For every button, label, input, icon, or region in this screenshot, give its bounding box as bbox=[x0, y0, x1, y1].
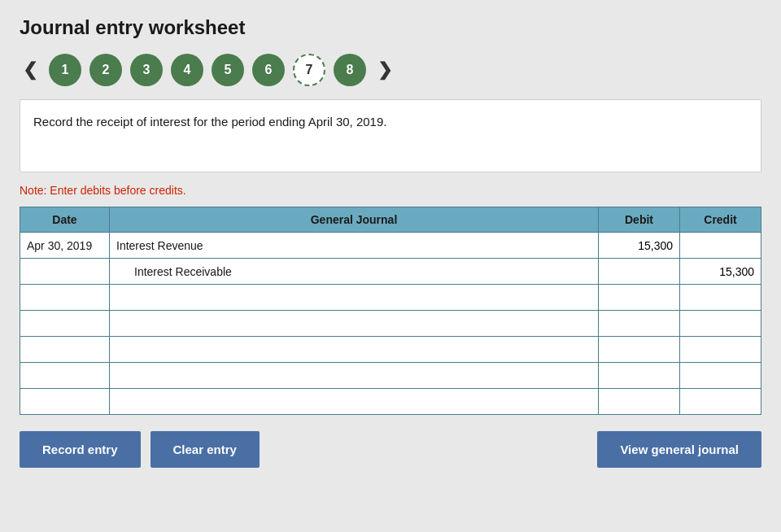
step-5[interactable]: 5 bbox=[212, 54, 244, 86]
step-3[interactable]: 3 bbox=[130, 54, 163, 86]
debit-cell-3[interactable] bbox=[599, 285, 680, 311]
step-6[interactable]: 6 bbox=[252, 54, 285, 86]
credit-cell-7[interactable] bbox=[680, 389, 761, 415]
debit-cell-7[interactable] bbox=[599, 389, 680, 415]
table-row bbox=[20, 311, 761, 337]
table-row: Interest Receivable 15,300 bbox=[20, 259, 761, 285]
debit-cell-5[interactable] bbox=[599, 337, 680, 363]
credit-cell-5[interactable] bbox=[680, 337, 761, 363]
journal-cell-2[interactable]: Interest Receivable bbox=[110, 259, 599, 285]
page-title: Journal entry worksheet bbox=[20, 16, 761, 39]
prev-button[interactable]: ❮ bbox=[20, 59, 41, 81]
table-row: Apr 30, 2019 Interest Revenue 15,300 bbox=[20, 233, 761, 259]
journal-cell-3[interactable] bbox=[110, 285, 599, 311]
step-navigation: ❮ 1 2 3 4 5 6 7 8 ❯ bbox=[20, 54, 761, 86]
header-credit: Credit bbox=[680, 207, 761, 233]
journal-table: Date General Journal Debit Credit Apr 30… bbox=[20, 207, 761, 415]
description-text: Record the receipt of interest for the p… bbox=[33, 115, 386, 129]
view-general-journal-button[interactable]: View general journal bbox=[597, 431, 761, 468]
date-cell-3 bbox=[20, 285, 110, 311]
record-entry-button[interactable]: Record entry bbox=[20, 431, 141, 468]
table-row bbox=[20, 337, 761, 363]
header-journal: General Journal bbox=[110, 207, 599, 233]
date-cell-2 bbox=[20, 259, 110, 285]
date-cell-6 bbox=[20, 363, 110, 389]
description-box: Record the receipt of interest for the p… bbox=[20, 99, 761, 172]
step-8[interactable]: 8 bbox=[334, 54, 366, 86]
date-cell-5 bbox=[20, 337, 110, 363]
credit-cell-3[interactable] bbox=[680, 285, 761, 311]
note-text: Note: Enter debits before credits. bbox=[20, 184, 761, 197]
step-4[interactable]: 4 bbox=[171, 54, 203, 86]
credit-cell-4[interactable] bbox=[680, 311, 761, 337]
journal-cell-5[interactable] bbox=[110, 337, 599, 363]
step-7[interactable]: 7 bbox=[293, 54, 325, 86]
step-1[interactable]: 1 bbox=[49, 54, 81, 86]
date-cell-4 bbox=[20, 311, 110, 337]
journal-cell-6[interactable] bbox=[110, 363, 599, 389]
credit-cell-1[interactable] bbox=[680, 233, 761, 259]
credit-cell-2[interactable]: 15,300 bbox=[680, 259, 761, 285]
journal-cell-7[interactable] bbox=[110, 389, 599, 415]
journal-cell-1[interactable]: Interest Revenue bbox=[110, 233, 599, 259]
action-buttons: Record entry Clear entry View general jo… bbox=[20, 431, 761, 468]
table-row bbox=[20, 389, 761, 415]
debit-cell-4[interactable] bbox=[599, 311, 680, 337]
header-debit: Debit bbox=[599, 207, 680, 233]
date-cell-7 bbox=[20, 389, 110, 415]
table-row bbox=[20, 285, 761, 311]
table-row bbox=[20, 363, 761, 389]
date-cell-1: Apr 30, 2019 bbox=[20, 233, 110, 259]
step-2[interactable]: 2 bbox=[89, 54, 122, 86]
debit-cell-6[interactable] bbox=[599, 363, 680, 389]
next-button[interactable]: ❯ bbox=[374, 59, 395, 81]
debit-cell-1[interactable]: 15,300 bbox=[599, 233, 680, 259]
credit-cell-6[interactable] bbox=[680, 363, 761, 389]
clear-entry-button[interactable]: Clear entry bbox=[151, 431, 260, 468]
debit-cell-2[interactable] bbox=[599, 259, 680, 285]
journal-cell-4[interactable] bbox=[110, 311, 599, 337]
header-date: Date bbox=[20, 207, 110, 233]
